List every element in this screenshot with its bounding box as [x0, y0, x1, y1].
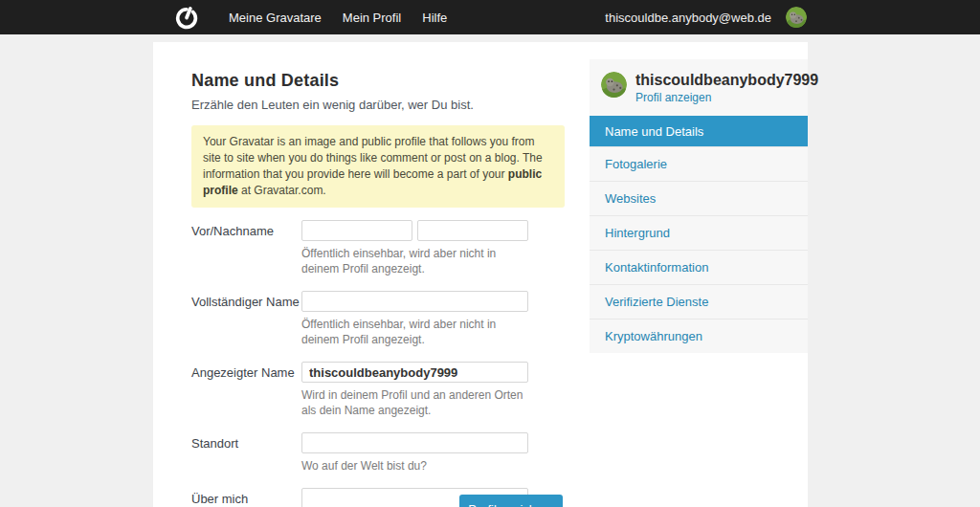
- sidebar-item-name-und-details[interactable]: Name und Details: [590, 116, 808, 146]
- page-subtitle: Erzähle den Leuten ein wenig darüber, we…: [191, 98, 603, 112]
- save-profile-button[interactable]: Profil speichern: [459, 495, 563, 507]
- full-name-helper: Öffentlich einsehbar, wird aber nicht in…: [301, 317, 528, 347]
- full-name-input[interactable]: [301, 291, 528, 312]
- display-name-helper: Wird in deinem Profil und an anderen Ort…: [301, 387, 528, 418]
- page-title: Name und Details: [191, 71, 603, 91]
- location-input[interactable]: [301, 432, 528, 453]
- gravatar-logo-icon[interactable]: [174, 5, 199, 30]
- navbar-menu: Meine Gravatare Mein Profil Hilfe: [218, 1, 457, 34]
- sidebar-item-websites[interactable]: Websites: [590, 181, 808, 215]
- top-navbar: Meine Gravatare Mein Profil Hilfe thisco…: [0, 0, 980, 34]
- user-avatar[interactable]: [786, 7, 807, 28]
- profile-avatar[interactable]: [601, 72, 627, 98]
- nav-item-hilfe[interactable]: Hilfe: [412, 1, 457, 34]
- gravatar-notice-box: Your Gravatar is an image and public pro…: [191, 125, 565, 208]
- sidebar-profile-card: thiscouldbeanybody7999 Profil anzeigen: [590, 59, 808, 116]
- form-row-full-name: Vollständiger Name Öffentlich einsehbar,…: [191, 291, 603, 347]
- nav-item-mein-profil[interactable]: Mein Profil: [332, 1, 412, 34]
- display-name-label: Angezeigter Name: [191, 362, 301, 418]
- view-profile-link[interactable]: Profil anzeigen: [635, 91, 711, 104]
- content-card: Name und Details Erzähle den Leuten ein …: [153, 42, 808, 507]
- sidebar-item-fotogalerie[interactable]: Fotogalerie: [590, 146, 808, 181]
- sidebar-item-kontaktinformation[interactable]: Kontaktinformation: [590, 250, 808, 284]
- first-name-input[interactable]: [301, 220, 412, 241]
- sidebar-item-kryptowaehrungen[interactable]: Kryptowährungen: [590, 319, 808, 353]
- profile-sidebar: thiscouldbeanybody7999 Profil anzeigen N…: [590, 59, 808, 353]
- form-row-display-name: Angezeigter Name Wird in deinem Profil u…: [191, 362, 603, 418]
- first-last-name-helper: Öffentlich einsehbar, wird aber nicht in…: [301, 246, 528, 276]
- name-details-form: Vor/Nachname Öffentlich einsehbar, wird …: [191, 220, 603, 507]
- form-row-location: Standort Wo auf der Welt bist du?: [191, 432, 603, 474]
- navbar-account: thiscouldbe.anybody@web.de: [605, 0, 807, 34]
- sidebar-item-hintergrund[interactable]: Hintergrund: [590, 215, 808, 250]
- full-name-label: Vollständiger Name: [191, 291, 301, 347]
- notice-text-before: Your Gravatar is an image and public pro…: [203, 135, 543, 181]
- first-last-name-label: Vor/Nachname: [191, 220, 301, 276]
- display-name-input[interactable]: [301, 362, 528, 383]
- sidebar-username: thiscouldbeanybody7999: [635, 72, 818, 88]
- notice-text-after: at Gravatar.com.: [238, 184, 326, 197]
- location-helper: Wo auf der Welt bist du?: [301, 458, 528, 474]
- last-name-input[interactable]: [417, 220, 528, 241]
- location-label: Standort: [191, 432, 301, 474]
- form-row-name: Vor/Nachname Öffentlich einsehbar, wird …: [191, 220, 603, 276]
- account-email: thiscouldbe.anybody@web.de: [605, 11, 771, 25]
- nav-item-meine-gravatare[interactable]: Meine Gravatare: [218, 1, 332, 34]
- about-label: Über mich: [191, 488, 301, 507]
- sidebar-menu: Name und Details Fotogalerie Websites Hi…: [590, 116, 808, 353]
- profile-form-section: Name und Details Erzähle den Leuten ein …: [191, 71, 603, 507]
- sidebar-item-verifizierte-dienste[interactable]: Verifizierte Dienste: [590, 284, 808, 319]
